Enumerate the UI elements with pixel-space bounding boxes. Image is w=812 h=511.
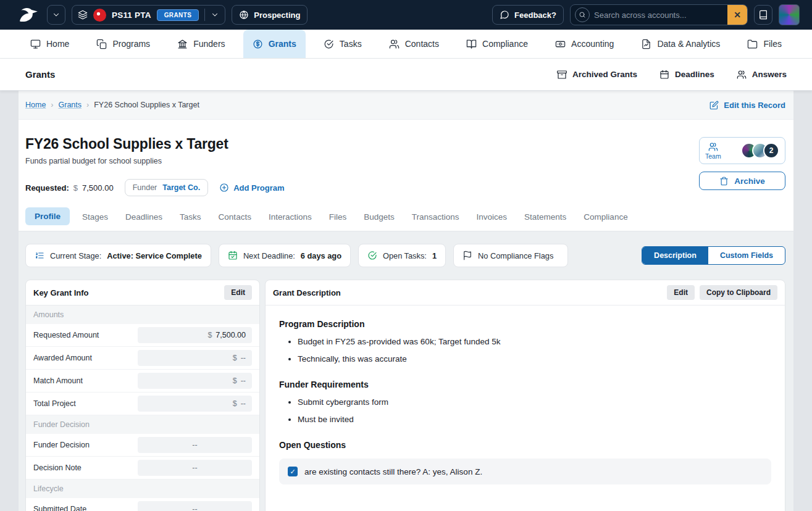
team-card[interactable]: Team 2 — [699, 137, 785, 164]
nav-item-label: Home — [46, 39, 69, 49]
tab-tasks[interactable]: Tasks — [172, 206, 209, 231]
description-heading: Funder Requirements — [279, 380, 771, 389]
status-pill-label: Next Deadline: — [243, 251, 295, 260]
field-value-text: -- — [192, 463, 197, 472]
tab-profile[interactable]: Profile — [25, 207, 70, 225]
edit-record-button[interactable]: Edit this Record — [709, 101, 785, 110]
workspace-switcher-button[interactable] — [47, 5, 65, 25]
field-value: $-- — [138, 373, 252, 389]
prospecting-button[interactable]: Prospecting — [232, 5, 308, 25]
tab-invoices[interactable]: Invoices — [469, 206, 516, 231]
funder-label: Funder — [133, 183, 157, 192]
nav-item-accounting[interactable]: Accounting — [546, 30, 623, 58]
nav-item-grants[interactable]: Grants — [243, 30, 306, 58]
org-plan-badge: GRANTS — [157, 9, 199, 21]
field-value-text: -- — [192, 505, 197, 511]
chevron-down-icon — [52, 10, 61, 19]
requested-label: Requested: — [25, 183, 69, 193]
add-program-button[interactable]: Add Program — [219, 183, 284, 193]
status-pill-value: 1 — [432, 251, 437, 260]
funder-link[interactable]: Target Co. — [162, 183, 200, 192]
chat-icon — [500, 10, 509, 20]
edit-icon — [709, 101, 719, 110]
search-clear-button[interactable]: ✕ — [727, 5, 747, 25]
tab-stages[interactable]: Stages — [74, 206, 116, 231]
book-icon — [758, 10, 768, 20]
currency-symbol: $ — [233, 399, 237, 408]
bullet-item: Budget in FY25 as-provided was 60k; Targ… — [298, 337, 771, 346]
field-value: -- — [138, 460, 252, 476]
field-value-text: -- — [241, 399, 246, 408]
book-open-icon — [466, 39, 477, 49]
search-input[interactable] — [594, 10, 727, 20]
tab-compliance[interactable]: Compliance — [576, 206, 635, 231]
users-icon — [389, 39, 400, 49]
page-title: FY26 School Supplies x Target — [25, 136, 284, 152]
currency-symbol: $ — [233, 354, 237, 362]
org-selector[interactable]: PS11 PTA GRANTS — [72, 5, 225, 25]
status-pill-label: No Compliance Flags — [478, 251, 553, 260]
bullet-item: Submit cybergrants form — [298, 397, 771, 407]
view-toggle: Description Custom Fields — [642, 246, 785, 265]
field-label: Match Amount — [33, 376, 83, 385]
toggle-custom-fields[interactable]: Custom Fields — [708, 247, 785, 264]
nav-item-tasks[interactable]: Tasks — [314, 30, 371, 58]
secbar-action-archived-grants[interactable]: Archived Grants — [557, 70, 637, 80]
key-info-section-header: Lifecycle — [26, 480, 259, 498]
org-logo — [93, 9, 106, 22]
field-value: $7,500.00 — [138, 327, 252, 343]
breadcrumb-item-grants[interactable]: Grants — [59, 101, 82, 109]
top-bar: PS11 PTA GRANTS Prospecting Feedback? ✕ — [0, 0, 812, 30]
tab-transactions[interactable]: Transactions — [404, 206, 467, 231]
nav-item-contacts[interactable]: Contacts — [380, 30, 448, 58]
bullet-item: Must be invited — [298, 415, 771, 424]
nav-item-home[interactable]: Home — [21, 30, 78, 58]
globe-icon — [239, 10, 249, 20]
team-avatar-stack: 2 — [741, 143, 779, 159]
status-pill-label: Current Stage: — [50, 251, 101, 260]
list-ordered-icon — [35, 251, 44, 260]
description-edit-button[interactable]: Edit — [667, 285, 695, 300]
currency-symbol: $ — [207, 331, 212, 339]
field-label: Decision Note — [33, 463, 82, 472]
secbar-action-deadlines[interactable]: Deadlines — [659, 70, 714, 80]
question-checkbox[interactable]: ✓ — [288, 467, 298, 476]
secbar-action-answers[interactable]: Answers — [737, 70, 787, 80]
requested-value: 7,500.00 — [82, 183, 114, 193]
key-info-row: Submitted Date-- — [26, 498, 259, 511]
trash-icon — [719, 177, 729, 186]
bullet-list: Submit cybergrants formMust be invited — [279, 397, 771, 424]
status-pill-current-stage: Current Stage:Active: Service Complete — [25, 244, 211, 267]
nav-item-data-analytics[interactable]: Data & Analytics — [632, 30, 729, 58]
tab-budgets[interactable]: Budgets — [356, 206, 403, 231]
feedback-button[interactable]: Feedback? — [492, 5, 564, 25]
help-journal-button[interactable] — [754, 5, 772, 25]
tab-contacts[interactable]: Contacts — [211, 206, 259, 231]
tab-files[interactable]: Files — [321, 206, 355, 231]
key-info-section-header: Amounts — [26, 305, 259, 324]
nav-item-files[interactable]: Files — [738, 30, 791, 58]
nav-item-label: Tasks — [340, 39, 362, 49]
tab-statements[interactable]: Statements — [516, 206, 574, 231]
bullet-item: Technically, this was accurate — [298, 354, 771, 364]
field-label: Awarded Amount — [33, 354, 92, 362]
archive-button[interactable]: Archive — [699, 172, 785, 190]
key-info-row: Match Amount$-- — [26, 370, 259, 393]
nav-item-label: Compliance — [482, 39, 528, 49]
nav-item-compliance[interactable]: Compliance — [457, 30, 537, 58]
key-info-title: Key Grant Info — [33, 288, 89, 297]
nav-item-funders[interactable]: Funders — [168, 30, 234, 58]
nav-item-programs[interactable]: Programs — [87, 30, 159, 58]
tab-interactions[interactable]: Interactions — [261, 206, 320, 231]
key-info-row: Total Project$-- — [26, 393, 259, 415]
question-text: are existing contacts still there? A: ye… — [304, 467, 482, 476]
user-avatar[interactable] — [779, 4, 800, 25]
tab-deadlines[interactable]: Deadlines — [117, 206, 170, 231]
main-nav: HomeProgramsFundersGrantsTasksContactsCo… — [0, 30, 812, 59]
toggle-description[interactable]: Description — [642, 247, 708, 264]
key-info-edit-button[interactable]: Edit — [224, 285, 252, 300]
breadcrumb-item-home[interactable]: Home — [25, 101, 46, 109]
copy-to-clipboard-button[interactable]: Copy to Clipboard — [700, 285, 777, 300]
page-content: Home›Grants›FY26 School Supplies x Targe… — [19, 91, 793, 511]
status-pills: Current Stage:Active: Service CompleteNe… — [25, 244, 568, 267]
